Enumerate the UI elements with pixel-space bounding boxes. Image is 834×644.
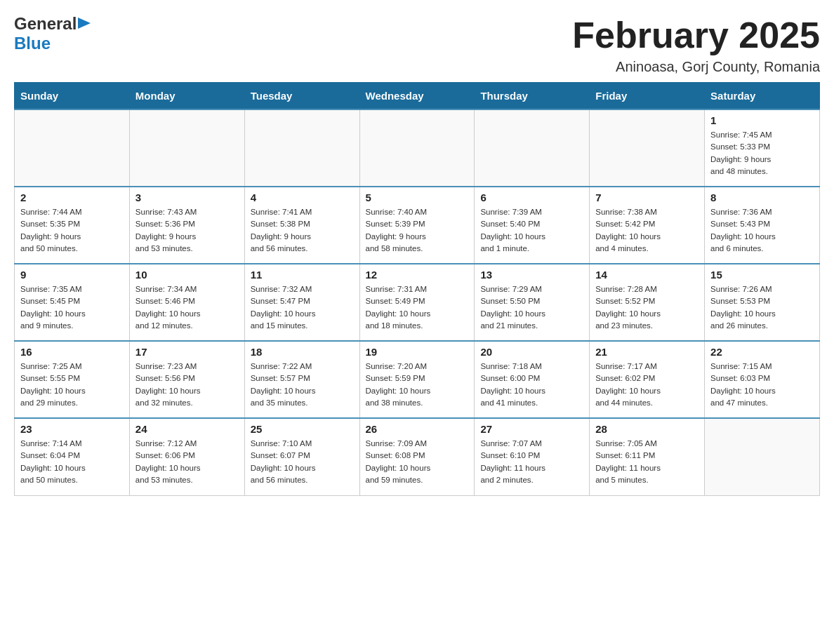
calendar-cell [129,109,244,187]
calendar-cell: 4Sunrise: 7:41 AM Sunset: 5:38 PM Daylig… [244,187,359,264]
day-info: Sunrise: 7:34 AM Sunset: 5:46 PM Dayligh… [135,283,239,332]
day-number: 8 [710,192,814,203]
day-info: Sunrise: 7:20 AM Sunset: 5:59 PM Dayligh… [366,361,469,409]
day-number: 1 [710,114,814,126]
calendar-cell: 13Sunrise: 7:29 AM Sunset: 5:50 PM Dayli… [475,264,590,341]
weekday-monday: Monday [129,83,244,110]
day-info: Sunrise: 7:28 AM Sunset: 5:52 PM Dayligh… [595,283,699,332]
day-info: Sunrise: 7:31 AM Sunset: 5:49 PM Dayligh… [366,283,469,332]
day-number: 25 [251,423,354,435]
calendar-cell [705,418,820,495]
day-number: 2 [20,192,124,203]
calendar-week-3: 9Sunrise: 7:35 AM Sunset: 5:45 PM Daylig… [15,264,820,341]
day-info: Sunrise: 7:05 AM Sunset: 6:11 PM Dayligh… [595,438,699,486]
page-title: February 2025 [572,14,820,56]
calendar-cell [359,109,475,187]
day-number: 22 [710,346,814,358]
calendar-cell: 14Sunrise: 7:28 AM Sunset: 5:52 PM Dayli… [590,264,705,341]
weekday-tuesday: Tuesday [244,83,359,110]
calendar-cell: 21Sunrise: 7:17 AM Sunset: 6:02 PM Dayli… [590,341,705,418]
day-number: 21 [595,346,699,358]
day-info: Sunrise: 7:43 AM Sunset: 5:36 PM Dayligh… [135,206,239,255]
day-info: Sunrise: 7:35 AM Sunset: 5:45 PM Dayligh… [20,283,124,332]
day-info: Sunrise: 7:18 AM Sunset: 6:00 PM Dayligh… [480,361,583,409]
day-info: Sunrise: 7:14 AM Sunset: 6:04 PM Dayligh… [20,438,124,486]
day-info: Sunrise: 7:09 AM Sunset: 6:08 PM Dayligh… [366,438,469,486]
day-number: 17 [135,346,239,358]
calendar-cell: 7Sunrise: 7:38 AM Sunset: 5:42 PM Daylig… [590,187,705,264]
calendar-week-4: 16Sunrise: 7:25 AM Sunset: 5:55 PM Dayli… [15,341,820,418]
calendar-cell: 28Sunrise: 7:05 AM Sunset: 6:11 PM Dayli… [590,418,705,495]
calendar-cell: 26Sunrise: 7:09 AM Sunset: 6:08 PM Dayli… [359,418,475,495]
calendar-cell: 6Sunrise: 7:39 AM Sunset: 5:40 PM Daylig… [475,187,590,264]
day-info: Sunrise: 7:23 AM Sunset: 5:56 PM Dayligh… [135,361,239,409]
weekday-sunday: Sunday [15,83,130,110]
day-number: 19 [366,346,469,358]
day-info: Sunrise: 7:15 AM Sunset: 6:03 PM Dayligh… [710,361,814,409]
logo-triangle-icon [78,18,92,32]
calendar-cell: 24Sunrise: 7:12 AM Sunset: 6:06 PM Dayli… [129,418,244,495]
day-info: Sunrise: 7:36 AM Sunset: 5:43 PM Dayligh… [710,206,814,255]
calendar-cell: 19Sunrise: 7:20 AM Sunset: 5:59 PM Dayli… [359,341,475,418]
calendar-cell: 22Sunrise: 7:15 AM Sunset: 6:03 PM Dayli… [705,341,820,418]
calendar-cell: 20Sunrise: 7:18 AM Sunset: 6:00 PM Dayli… [475,341,590,418]
day-number: 20 [480,346,583,358]
day-info: Sunrise: 7:40 AM Sunset: 5:39 PM Dayligh… [366,206,469,255]
title-block: February 2025 Aninoasa, Gorj County, Rom… [572,14,820,75]
day-number: 9 [20,269,124,281]
calendar-cell: 10Sunrise: 7:34 AM Sunset: 5:46 PM Dayli… [129,264,244,341]
day-number: 16 [20,346,124,358]
day-number: 14 [595,269,699,281]
page-header: General Blue February 2025 Aninoasa, Gor… [14,14,820,75]
logo: General Blue [14,14,92,53]
day-info: Sunrise: 7:12 AM Sunset: 6:06 PM Dayligh… [135,438,239,486]
calendar-cell: 8Sunrise: 7:36 AM Sunset: 5:43 PM Daylig… [705,187,820,264]
weekday-header-row: SundayMondayTuesdayWednesdayThursdayFrid… [15,83,820,110]
calendar-cell: 1Sunrise: 7:45 AM Sunset: 5:33 PM Daylig… [705,109,820,187]
calendar-cell: 18Sunrise: 7:22 AM Sunset: 5:57 PM Dayli… [244,341,359,418]
logo-blue: Blue [14,34,51,53]
day-number: 12 [366,269,469,281]
calendar-cell: 12Sunrise: 7:31 AM Sunset: 5:49 PM Dayli… [359,264,475,341]
calendar-cell [15,109,130,187]
svg-marker-0 [78,18,91,29]
weekday-wednesday: Wednesday [359,83,475,110]
calendar-cell: 11Sunrise: 7:32 AM Sunset: 5:47 PM Dayli… [244,264,359,341]
day-info: Sunrise: 7:07 AM Sunset: 6:10 PM Dayligh… [480,438,583,486]
day-number: 15 [710,269,814,281]
calendar-cell [590,109,705,187]
calendar-cell: 16Sunrise: 7:25 AM Sunset: 5:55 PM Dayli… [15,341,130,418]
day-info: Sunrise: 7:41 AM Sunset: 5:38 PM Dayligh… [251,206,354,255]
day-info: Sunrise: 7:38 AM Sunset: 5:42 PM Dayligh… [595,206,699,255]
day-info: Sunrise: 7:29 AM Sunset: 5:50 PM Dayligh… [480,283,583,332]
day-info: Sunrise: 7:39 AM Sunset: 5:40 PM Dayligh… [480,206,583,255]
day-info: Sunrise: 7:25 AM Sunset: 5:55 PM Dayligh… [20,361,124,409]
weekday-friday: Friday [590,83,705,110]
day-number: 26 [366,423,469,435]
calendar-cell: 3Sunrise: 7:43 AM Sunset: 5:36 PM Daylig… [129,187,244,264]
calendar-cell: 25Sunrise: 7:10 AM Sunset: 6:07 PM Dayli… [244,418,359,495]
day-number: 28 [595,423,699,435]
logo-general: General [14,14,77,34]
calendar-cell: 9Sunrise: 7:35 AM Sunset: 5:45 PM Daylig… [15,264,130,341]
calendar-cell [244,109,359,187]
day-number: 24 [135,423,239,435]
calendar-cell: 15Sunrise: 7:26 AM Sunset: 5:53 PM Dayli… [705,264,820,341]
day-number: 13 [480,269,583,281]
day-info: Sunrise: 7:32 AM Sunset: 5:47 PM Dayligh… [251,283,354,332]
calendar-cell: 17Sunrise: 7:23 AM Sunset: 5:56 PM Dayli… [129,341,244,418]
day-info: Sunrise: 7:10 AM Sunset: 6:07 PM Dayligh… [251,438,354,486]
day-info: Sunrise: 7:17 AM Sunset: 6:02 PM Dayligh… [595,361,699,409]
calendar-table: SundayMondayTuesdayWednesdayThursdayFrid… [14,82,820,496]
day-number: 11 [251,269,354,281]
page-subtitle: Aninoasa, Gorj County, Romania [572,59,820,75]
day-number: 6 [480,192,583,203]
day-info: Sunrise: 7:22 AM Sunset: 5:57 PM Dayligh… [251,361,354,409]
calendar-cell [475,109,590,187]
day-number: 18 [251,346,354,358]
day-number: 23 [20,423,124,435]
calendar-week-2: 2Sunrise: 7:44 AM Sunset: 5:35 PM Daylig… [15,187,820,264]
day-number: 27 [480,423,583,435]
day-info: Sunrise: 7:45 AM Sunset: 5:33 PM Dayligh… [710,129,814,177]
day-number: 10 [135,269,239,281]
